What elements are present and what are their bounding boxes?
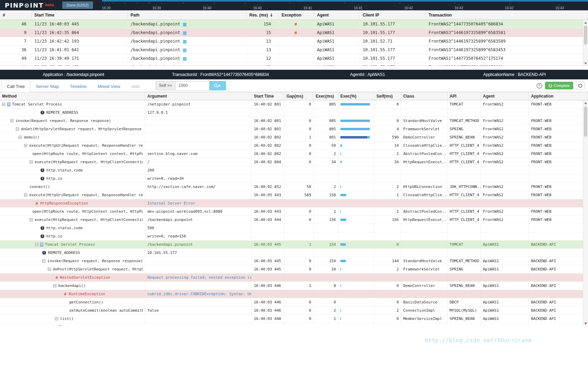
- tree-collapse-icon[interactable]: [59, 325, 62, 326]
- call-tree-column-header[interactable]: Agent: [481, 92, 529, 100]
- txn-column-header[interactable]: Path: [128, 11, 247, 20]
- call-tree-scrollbar[interactable]: ▲ ▼: [583, 100, 588, 326]
- tab-mixed-view[interactable]: Mixed View: [92, 80, 126, 92]
- call-tree-row[interactable]: open(HttpRoute route, HttpContext contex…: [0, 208, 588, 216]
- complete-button[interactable]: Complete: [545, 82, 573, 89]
- method-name: Tomcat Servlet Process: [12, 102, 62, 107]
- transaction-row[interactable]: 911/23 16:42:35 864/backendapi.pinpoint▦…: [0, 29, 588, 37]
- transaction-row[interactable]: 711/23 16:42:42 193/backendapi.pinpoint▦…: [0, 37, 588, 46]
- call-tree-row[interactable]: invoke(Request request, Response respons…: [0, 117, 588, 125]
- call-tree-row[interactable]: iREMOTE_ADDRESS10.101.55.177: [0, 249, 588, 257]
- txn-column-header[interactable]: Agent: [314, 11, 360, 20]
- view-detail-grid-icon[interactable]: ▦: [183, 22, 187, 27]
- call-tree-row[interactable]: execute(HttpUriRequest request, Response…: [0, 191, 588, 199]
- done-button[interactable]: Done (52/52): [62, 1, 93, 9]
- view-detail-grid-icon[interactable]: ▦: [183, 39, 187, 44]
- call-tree-column-header[interactable]: Method: [0, 92, 145, 100]
- call-tree-row[interactable]: open(HttpRoute route, HttpContext contex…: [0, 150, 588, 158]
- call-tree-row[interactable]: NestedServletExceptionRequest processing…: [0, 274, 588, 282]
- txn-column-header[interactable]: Start Time: [32, 11, 128, 20]
- tree-collapse-icon[interactable]: [35, 243, 38, 246]
- argument-cell[interactable]: cubrid.jdbc.driver.CUBRIDException: Synt…: [145, 290, 252, 298]
- transaction-row[interactable]: 3611/23 16:41:01 641/backendapi.pinpoint…: [0, 46, 588, 54]
- scroll-down-icon[interactable]: ▼: [583, 321, 588, 326]
- call-tree-row[interactable]: backendapi()16:40:03 446180DemoControlle…: [0, 282, 588, 290]
- tree-collapse-icon[interactable]: [2, 103, 5, 106]
- call-tree-row[interactable]: ihttp.iowrite=0, read=156: [0, 232, 588, 241]
- call-tree-row[interactable]: invoke(Request request, Response respons…: [0, 257, 588, 265]
- call-tree-column-header[interactable]: Start Time: [252, 92, 284, 100]
- txn-column-header[interactable]: #: [0, 11, 32, 20]
- tree-collapse-icon[interactable]: [24, 193, 27, 197]
- call-tree-row[interactable]: ihttp.status.code200: [0, 166, 588, 175]
- txn-column-header[interactable]: Transaction: [426, 11, 588, 20]
- call-tree-row[interactable]: [0, 323, 588, 326]
- scroll-thumb[interactable]: [584, 25, 587, 45]
- call-tree-column-header[interactable]: API: [448, 92, 481, 100]
- view-detail-grid-icon[interactable]: ▦: [183, 47, 187, 53]
- tab-server-map[interactable]: Server Map: [30, 80, 64, 92]
- call-tree-column-header[interactable]: Application: [529, 92, 588, 100]
- call-tree-row[interactable]: ihttp.status.code500: [0, 224, 588, 232]
- transaction-scrollbar[interactable]: ▲ ▼: [583, 20, 588, 66]
- argument-cell[interactable]: Internal Server Error: [145, 199, 252, 207]
- transaction-row[interactable]: 4911/23 16:39:49 171/backendapi.pinpoint…: [0, 54, 588, 63]
- timeline-scatter[interactable]: 16:3916:3916:4016:4016:4116:4116:4216:42…: [102, 0, 588, 10]
- call-tree-row[interactable]: iREMOTE_ADDRESS127.0.0.1: [0, 109, 588, 117]
- tree-collapse-icon[interactable]: [16, 127, 19, 131]
- txn-column-header[interactable]: Client IP: [360, 11, 426, 20]
- call-tree-row[interactable]: getConnection()16:40:03 446000BasicDataS…: [0, 298, 588, 307]
- tree-collapse-icon[interactable]: [30, 218, 33, 221]
- view-detail-grid-icon[interactable]: ▦: [183, 30, 187, 35]
- transaction-row[interactable]: 4611/23 16:40:03 445/backendapi.pinpoint…: [0, 20, 588, 29]
- call-tree-row[interactable]: RuntimeExceptioncubrid.jdbc.driver.CUBRI…: [0, 290, 588, 298]
- call-tree-row[interactable]: doGet(HttpServletRequest request, HttpSe…: [0, 125, 588, 133]
- argument-cell[interactable]: Request processing failed; nested except…: [145, 274, 252, 281]
- txn-column-header[interactable]: Res. (ms)↓: [247, 11, 279, 20]
- call-tree-column-header[interactable]: Exec(ms): [314, 92, 338, 100]
- view-detail-grid-icon[interactable]: ▦: [183, 65, 187, 66]
- tree-collapse-icon[interactable]: [48, 268, 51, 271]
- call-tree-column-header[interactable]: Class: [401, 92, 448, 100]
- refresh-button[interactable]: [576, 81, 585, 90]
- view-detail-grid-icon[interactable]: ▦: [183, 56, 187, 61]
- call-tree-column-header[interactable]: Argument: [145, 92, 252, 100]
- call-tree-row[interactable]: Tomcat Servlet Process/backendapi.pinpoi…: [0, 241, 588, 249]
- call-tree-row[interactable]: Tomcat Servlet Process/netspider.pinpoin…: [0, 100, 588, 109]
- scroll-down-icon[interactable]: ▼: [583, 61, 588, 66]
- transaction-row[interactable]: 4411/23 16:42:46 495/backendapi.pinpoint…: [0, 63, 588, 66]
- scroll-up-icon[interactable]: ▲: [583, 20, 588, 25]
- call-tree-row[interactable]: ihttp.iowrite=0, read=34: [0, 175, 588, 183]
- self-threshold-input[interactable]: [175, 81, 210, 90]
- class-cell: [401, 199, 448, 207]
- tab-nelo[interactable]: nelo: [126, 80, 145, 92]
- tree-collapse-icon[interactable]: [30, 160, 33, 164]
- call-tree-column-header[interactable]: Gap(ms): [284, 92, 314, 100]
- call-tree-row[interactable]: list()16:40:03 448010MemberServiceImplSP…: [0, 315, 588, 323]
- method-name: open(HttpRoute route, HttpContext contex…: [32, 152, 143, 156]
- call-tree-row[interactable]: connect()http://section.cafe.naver.com/1…: [0, 183, 588, 191]
- call-tree-column-header[interactable]: Exec(%): [338, 92, 374, 100]
- tree-collapse-icon[interactable]: [19, 136, 22, 139]
- search-button[interactable]: [210, 81, 226, 90]
- txn-column-header[interactable]: Exception: [279, 11, 314, 20]
- tree-collapse-icon[interactable]: [10, 119, 13, 122]
- class-cell: AbstractPooledCon..: [401, 150, 448, 158]
- scroll-thumb[interactable]: [584, 107, 587, 137]
- tab-timeline[interactable]: Timeline: [64, 80, 92, 92]
- call-tree-column-header[interactable]: Self(ms): [374, 92, 401, 100]
- tree-collapse-icon[interactable]: [53, 284, 56, 287]
- call-tree-row[interactable]: setAutoCommit(boolean autoCommitFlag)fal…: [0, 307, 588, 315]
- call-tree-row[interactable]: demo1()16:40:02 8021801590DemoController…: [0, 133, 588, 142]
- call-tree-row[interactable]: execute(HttpRequest request, HttpClientC…: [0, 216, 588, 224]
- tree-collapse-icon[interactable]: [24, 144, 27, 147]
- tab-call-tree[interactable]: Call Tree: [1, 80, 30, 92]
- help-icon[interactable]: ?: [536, 83, 542, 89]
- tree-collapse-icon[interactable]: [55, 317, 58, 320]
- call-tree-row[interactable]: execute(HttpUriRequest request, Response…: [0, 142, 588, 150]
- scroll-up-icon[interactable]: ▲: [583, 100, 588, 105]
- call-tree-row[interactable]: execute(HttpRequest request, HttpClientC…: [0, 158, 588, 166]
- call-tree-row[interactable]: doPost(HttpServletRequest request, HttpS…: [0, 265, 588, 274]
- call-tree-row[interactable]: HttpResponseExceptionInternal Server Err…: [0, 199, 588, 208]
- tree-collapse-icon[interactable]: [42, 259, 45, 263]
